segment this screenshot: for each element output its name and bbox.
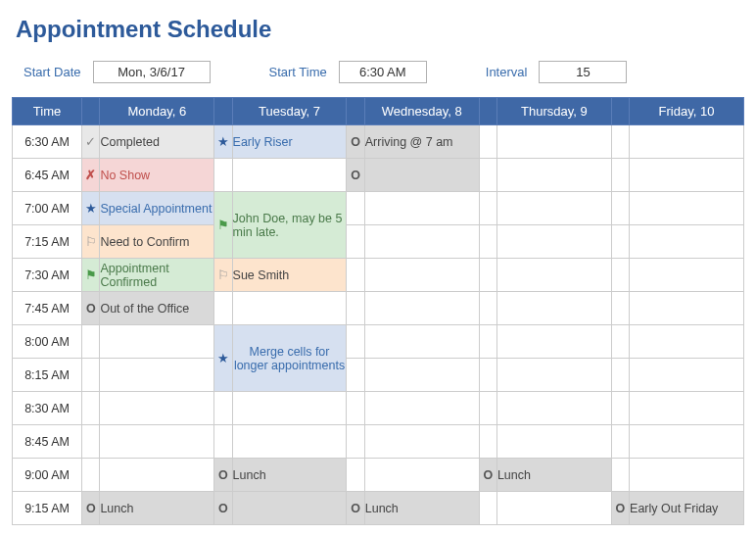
- cell-tue-915[interactable]: [232, 492, 347, 525]
- cell[interactable]: [611, 392, 629, 425]
- cell[interactable]: [630, 459, 744, 492]
- cell[interactable]: [479, 259, 496, 292]
- cell-thu-900[interactable]: Lunch: [496, 459, 611, 492]
- cell[interactable]: [100, 392, 214, 425]
- cell[interactable]: [496, 192, 611, 225]
- cell[interactable]: [630, 125, 744, 159]
- cell-mon-745[interactable]: Out of the Office: [100, 292, 214, 325]
- cell[interactable]: [214, 292, 232, 325]
- cell-tue-800[interactable]: Merge cells for longer appointments: [232, 325, 347, 392]
- cell[interactable]: [496, 259, 611, 292]
- cell-mon-700[interactable]: Special Appointment: [100, 192, 214, 225]
- cell[interactable]: [479, 392, 496, 425]
- cell[interactable]: [611, 225, 629, 259]
- cell-wed-645[interactable]: [364, 159, 479, 192]
- cell[interactable]: [232, 392, 347, 425]
- cell[interactable]: [82, 359, 100, 392]
- cell[interactable]: [82, 425, 100, 459]
- cell-mon-715[interactable]: Need to Confirm: [100, 225, 214, 259]
- cell[interactable]: [479, 225, 496, 259]
- cell[interactable]: [82, 325, 100, 359]
- cell[interactable]: [100, 359, 214, 392]
- cell[interactable]: [630, 225, 744, 259]
- cell[interactable]: [611, 125, 629, 159]
- cell[interactable]: [214, 392, 232, 425]
- cell[interactable]: [479, 125, 496, 159]
- cell[interactable]: [496, 225, 611, 259]
- cell[interactable]: [479, 325, 496, 359]
- cell-tue-630[interactable]: Early Riser: [232, 125, 347, 159]
- cell[interactable]: [100, 459, 214, 492]
- cell[interactable]: [364, 225, 479, 259]
- cell[interactable]: [630, 392, 744, 425]
- cell-mon-915[interactable]: Lunch: [100, 492, 214, 525]
- cell[interactable]: [232, 159, 347, 192]
- cell[interactable]: [479, 359, 496, 392]
- cell-fri-915[interactable]: Early Out Friday: [630, 492, 744, 525]
- cell[interactable]: [630, 359, 744, 392]
- cell[interactable]: [611, 425, 629, 459]
- cell[interactable]: [611, 325, 629, 359]
- cell[interactable]: [496, 425, 611, 459]
- start-time-input[interactable]: 6:30 AM: [339, 61, 427, 83]
- cell[interactable]: [496, 125, 611, 159]
- cell[interactable]: [214, 159, 232, 192]
- cell[interactable]: [630, 192, 744, 225]
- start-date-input[interactable]: Mon, 3/6/17: [93, 61, 211, 83]
- cell[interactable]: [630, 259, 744, 292]
- cell-tue-730[interactable]: Sue Smith: [232, 259, 347, 292]
- cell[interactable]: [496, 325, 611, 359]
- cell[interactable]: [347, 225, 364, 259]
- cell[interactable]: [479, 292, 496, 325]
- cell[interactable]: [611, 359, 629, 392]
- cell[interactable]: [347, 459, 364, 492]
- cell[interactable]: [479, 492, 496, 525]
- cell-mon-645[interactable]: No Show: [100, 159, 214, 192]
- cell[interactable]: [82, 392, 100, 425]
- cell[interactable]: [100, 325, 214, 359]
- cell[interactable]: [630, 325, 744, 359]
- cell[interactable]: [611, 192, 629, 225]
- cell[interactable]: [479, 192, 496, 225]
- cell[interactable]: [347, 192, 364, 225]
- cell[interactable]: [479, 425, 496, 459]
- cell[interactable]: [611, 292, 629, 325]
- cell-tue-900[interactable]: Lunch: [232, 459, 347, 492]
- cell[interactable]: [364, 292, 479, 325]
- cell[interactable]: [611, 259, 629, 292]
- cell[interactable]: [364, 425, 479, 459]
- cell-wed-630[interactable]: Arriving @ 7 am: [364, 125, 479, 159]
- cell-tue-700[interactable]: John Doe, may be 5 min late.: [232, 192, 347, 259]
- cell[interactable]: [364, 192, 479, 225]
- cell[interactable]: [496, 292, 611, 325]
- cell[interactable]: [496, 359, 611, 392]
- cell[interactable]: [364, 392, 479, 425]
- cell[interactable]: [630, 159, 744, 192]
- cell[interactable]: [496, 392, 611, 425]
- cell[interactable]: [100, 425, 214, 459]
- cell[interactable]: [214, 425, 232, 459]
- cell[interactable]: [82, 459, 100, 492]
- cell[interactable]: [347, 359, 364, 392]
- cell[interactable]: [347, 325, 364, 359]
- cell[interactable]: [496, 159, 611, 192]
- cell[interactable]: [347, 392, 364, 425]
- cell[interactable]: [364, 325, 479, 359]
- interval-input[interactable]: 15: [539, 61, 627, 83]
- cell[interactable]: [347, 425, 364, 459]
- cell[interactable]: [232, 425, 347, 459]
- cell[interactable]: [496, 492, 611, 525]
- cell-mon-730[interactable]: Appointment Confirmed: [100, 259, 214, 292]
- cell[interactable]: [364, 359, 479, 392]
- cell[interactable]: [364, 259, 479, 292]
- cell-mon-630[interactable]: Completed: [100, 125, 214, 159]
- cell[interactable]: [347, 259, 364, 292]
- cell[interactable]: [232, 292, 347, 325]
- cell[interactable]: [364, 459, 479, 492]
- cell-wed-915[interactable]: Lunch: [364, 492, 479, 525]
- cell[interactable]: [611, 159, 629, 192]
- cell[interactable]: [630, 425, 744, 459]
- cell[interactable]: [347, 292, 364, 325]
- cell[interactable]: [479, 159, 496, 192]
- cell[interactable]: [630, 292, 744, 325]
